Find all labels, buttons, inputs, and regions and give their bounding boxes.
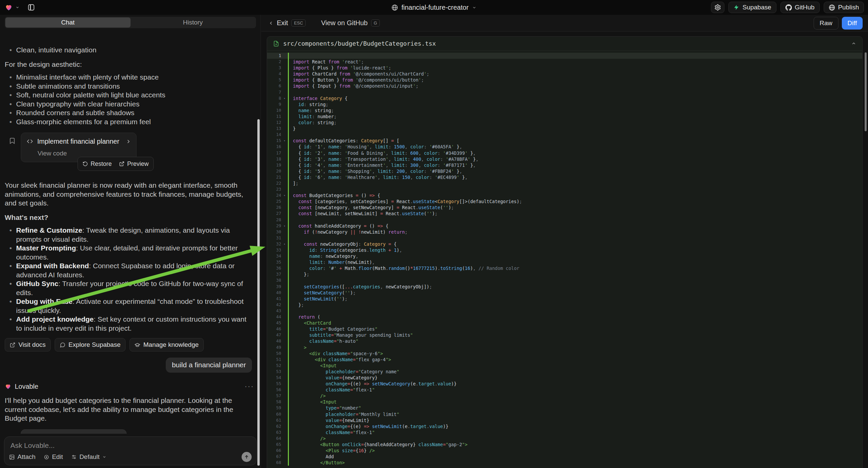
project-title[interactable]: financial-future-creator [401,4,468,11]
tab-history[interactable]: History [130,18,256,28]
bookmark-icon [9,137,16,144]
assistant-header: Lovable ··· [5,382,254,391]
sliders-icon [71,454,77,460]
diff-added-bar [288,314,289,320]
line-number: 54 [267,375,281,381]
chat-composer[interactable]: Ask Lovable... Attach Edit Default [4,436,257,465]
lovable-logo[interactable] [5,3,13,11]
diff-added-bar [288,217,289,223]
chevron-left-icon[interactable] [269,21,274,26]
raw-toggle-button[interactable]: Raw [814,17,838,30]
visit-docs-button[interactable]: Visit docs [5,338,51,351]
code-line: 25 const [categories, setCategories] = R… [267,198,862,204]
code-line: 28 [267,217,862,223]
view-on-github-button[interactable]: View on GitHub G [321,19,380,27]
chevron-down-icon[interactable] [16,5,20,9]
line-number: 6 [267,83,281,89]
fold-chevron-icon [281,277,288,283]
fold-chevron-icon[interactable]: ▾ [281,95,288,101]
diff-added-bar [288,429,289,435]
code-scrollbar[interactable] [865,52,867,131]
explore-supabase-button[interactable]: Explore Supabase [55,338,125,351]
chevron-up-icon[interactable] [851,41,856,46]
attach-button[interactable]: Attach [9,453,36,461]
supabase-button[interactable]: Supabase [728,2,776,13]
line-number: 19 [267,162,281,168]
code-line: 15▾const defaultCategories: Category[] =… [267,138,862,144]
fold-chevron-icon[interactable]: ▾ [281,223,288,229]
edit-button[interactable]: Edit [43,453,63,461]
code-line: 49 > [267,345,862,351]
chat-input-placeholder[interactable]: Ask Lovable... [10,441,251,449]
diff-added-bar [288,180,289,186]
diff-added-bar [288,362,289,369]
model-selector[interactable]: Default [71,453,106,461]
external-link-icon [10,342,16,348]
diff-added-bar [288,95,289,101]
fold-chevron-icon[interactable]: ▾ [281,193,288,198]
chevron-right-icon[interactable] [126,139,131,144]
line-number: 41 [267,296,281,302]
settings-button[interactable] [711,2,724,13]
fold-chevron-icon [281,314,288,320]
chevron-down-icon[interactable] [472,5,476,10]
code-view-header: Exit ESC View on GitHub G Raw Diff [261,15,868,32]
diff-added-bar [288,162,289,168]
code-editor[interactable]: 12import React from 'react';3import { Pl… [267,51,862,466]
chat-scrollbar[interactable] [257,119,260,466]
version-card[interactable]: Implement financial planner View code Re… [21,133,136,162]
diff-added-bar [288,369,289,375]
fold-chevron-icon [281,89,288,95]
line-number: 26 [267,204,281,210]
line-number: 20 [267,168,281,174]
restore-button[interactable]: Restore [83,159,112,169]
manage-knowledge-button[interactable]: Manage knowledge [129,338,204,351]
diff-added-bar [288,210,289,216]
globe-icon [829,4,835,11]
diff-added-bar [288,411,289,417]
diff-added-bar [288,125,289,131]
chat-messages[interactable]: Clean, intuitive navigation For the desi… [0,41,261,434]
code-line: 23 [267,186,862,193]
publish-button[interactable]: Publish [824,2,864,13]
exit-button[interactable]: Exit [277,19,288,27]
github-button[interactable]: GitHub [780,2,820,13]
diff-added-bar [288,71,289,77]
fold-chevron-icon [281,77,288,83]
fold-chevron-icon[interactable]: ▾ [281,241,288,247]
diff-added-bar [288,423,289,429]
version-card[interactable]: Add budget categories View code Restore … [21,429,126,434]
diff-added-bar [288,247,289,253]
code-line: 68 </Button> [267,460,862,466]
line-number: 25 [267,198,281,204]
more-options-icon[interactable]: ··· [245,382,254,391]
fold-chevron-icon [281,411,288,417]
file-path[interactable]: src/components/budget/BudgetCategories.t… [283,40,847,47]
code-line: 46 title="Budget Categories" [267,326,862,332]
diff-added-bar [288,296,289,302]
preview-button[interactable]: Preview [119,159,149,169]
code-line: 44 return ( [267,314,862,320]
code-line: 5import { Button } from '@/components/ui… [267,77,862,83]
line-number: 8 [267,95,281,101]
fold-chevron-icon [281,351,288,356]
code-line: 17 { id: '2', name: 'Food & Dining', lim… [267,150,862,156]
line-number: 23 [267,186,281,193]
fold-chevron-icon [281,186,288,193]
code-line: 45 <ChartCard [267,320,862,326]
code-line: 50 <div className="space-y-6"> [267,351,862,356]
tab-chat[interactable]: Chat [5,18,130,28]
fold-chevron-icon[interactable]: ▾ [281,138,288,144]
code-line: 8▾interface Category { [267,95,862,101]
diff-added-bar [288,277,289,283]
send-button[interactable] [242,452,252,462]
diff-toggle-button[interactable]: Diff [842,17,863,30]
code-line: 63 className="flex-1" [267,429,862,435]
code-line: 40 setNewCategory(''); [267,290,862,296]
added-file-icon [273,40,279,47]
fold-chevron-icon [281,387,288,393]
sidebar-toggle-icon[interactable] [28,4,35,11]
line-number: 63 [267,429,281,435]
fold-chevron-icon [281,229,288,235]
line-number: 43 [267,308,281,314]
